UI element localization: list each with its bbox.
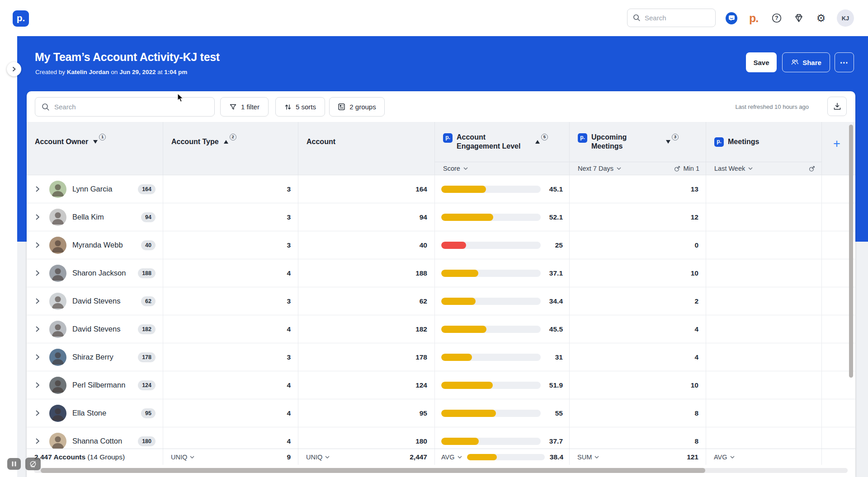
owner-name: Bella Kim: [72, 213, 104, 221]
expand-row-chevron-icon[interactable]: [36, 242, 45, 248]
upcoming-meetings-cell: 10: [570, 259, 706, 287]
upcoming-meetings-cell: 8: [570, 427, 706, 449]
row-count-badge: 62: [141, 296, 156, 306]
metric-label: Score: [443, 165, 460, 172]
pause-recording-button[interactable]: [7, 458, 21, 470]
meetings-cell: [706, 259, 822, 287]
intercom-chat-icon: [726, 12, 737, 24]
add-column-button[interactable]: +: [831, 138, 843, 150]
chat-bubble-icon[interactable]: [726, 12, 737, 24]
expand-row-chevron-icon[interactable]: [36, 438, 45, 444]
table-row[interactable]: Lynn Garcia 164 3 164 45.1 13: [27, 175, 855, 203]
accounts-count: 2,447 Accounts: [34, 453, 85, 461]
meetings-metric-dropdown[interactable]: Last Week: [706, 162, 822, 175]
table-row[interactable]: David Stevens 182 4 182 45.5 4: [27, 315, 855, 343]
table-row[interactable]: Sharon Jackson 188 4 188 37.1 10: [27, 259, 855, 287]
agg-selector[interactable]: SUM: [577, 454, 599, 461]
account-count-cell: 180: [298, 427, 435, 449]
agg-selector[interactable]: AVG: [714, 454, 735, 461]
upcoming-meetings-cell: 12: [570, 203, 706, 231]
agg-selector[interactable]: UNIQ: [171, 454, 194, 461]
sorts-button[interactable]: 5 sorts: [275, 97, 325, 117]
table-row[interactable]: Myranda Webb 40 3 40 25 0: [27, 231, 855, 259]
groups-button[interactable]: 2 groups: [329, 97, 385, 117]
share-button[interactable]: Share: [782, 52, 830, 72]
vertical-scrollbar[interactable]: [849, 124, 853, 447]
engagement-score-value: 37.1: [541, 269, 569, 277]
expand-row-chevron-icon[interactable]: [36, 298, 45, 304]
gem-icon[interactable]: [793, 12, 805, 24]
expand-row-chevron-icon[interactable]: [36, 270, 45, 276]
column-label: Meetings: [728, 137, 759, 146]
row-count-badge: 40: [141, 240, 156, 250]
table-row[interactable]: Shiraz Berry 178 3 178 31 4: [27, 343, 855, 371]
expand-sidebar-button[interactable]: [7, 62, 21, 76]
global-search-input[interactable]: [645, 14, 703, 22]
engagement-score-cell: 25: [435, 231, 570, 259]
engagement-bar: [441, 382, 541, 389]
page-title: My Team’s Account Activity-KJ test: [35, 51, 220, 64]
chevron-down-icon: [190, 456, 194, 458]
upcoming-metric-dropdown[interactable]: Next 7 Days Min 1: [570, 162, 706, 175]
expand-row-chevron-icon[interactable]: [36, 186, 45, 192]
chevron-down-icon: [594, 456, 599, 458]
column-header-meetings[interactable]: p. Meetings: [706, 122, 822, 162]
column-header-engagement[interactable]: p. Account Engagement Level 5: [435, 122, 570, 162]
download-button[interactable]: [827, 97, 847, 116]
account-count-cell: 164: [298, 175, 435, 203]
agg-label: AVG: [714, 454, 727, 461]
engagement-bar: [441, 186, 541, 193]
app-logo[interactable]: p.: [13, 10, 29, 27]
expand-row-chevron-icon[interactable]: [36, 382, 45, 388]
engagement-score-value: 45.5: [541, 325, 569, 333]
expand-row-chevron-icon[interactable]: [36, 410, 45, 416]
vertical-scrollbar-thumb[interactable]: [849, 125, 853, 378]
sort-asc-icon: [224, 140, 228, 144]
engagement-score-cell: 45.1: [435, 175, 570, 203]
gear-icon[interactable]: ⚙: [815, 12, 827, 24]
stop-recording-button[interactable]: [25, 458, 41, 470]
help-icon[interactable]: ?: [771, 12, 783, 24]
agg-selector[interactable]: AVG: [441, 454, 462, 461]
table-row[interactable]: Perl Silbermann 124 4 124 51.9 10: [27, 371, 855, 399]
row-count-badge: 188: [138, 268, 156, 278]
owner-name: Sharon Jackson: [72, 269, 126, 277]
brand-mark-text: p.: [749, 12, 758, 25]
table-search-input[interactable]: [54, 103, 199, 111]
table-row[interactable]: Bella Kim 94 3 94 52.1 12: [27, 203, 855, 231]
expand-row-chevron-icon[interactable]: [36, 354, 45, 360]
upcoming-meetings-cell: 4: [570, 343, 706, 371]
score-metric-dropdown[interactable]: Score: [435, 162, 570, 175]
column-header-account[interactable]: Account: [298, 122, 435, 162]
save-button[interactable]: Save: [746, 52, 777, 72]
chevron-down-icon: [617, 167, 621, 170]
engagement-score-value: 31: [541, 353, 569, 361]
brand-p-icon[interactable]: p.: [748, 12, 760, 24]
expand-row-chevron-icon[interactable]: [36, 326, 45, 332]
user-avatar[interactable]: KJ: [837, 9, 854, 27]
column-header-upcoming-meetings[interactable]: p. Upcoming Meetings 3: [570, 122, 706, 162]
table-row[interactable]: David Stevens 62 3 62 34.4 2: [27, 287, 855, 315]
table-row[interactable]: Ella Stone 95 4 95 55 8: [27, 399, 855, 427]
horizontal-scrollbar[interactable]: [34, 468, 848, 473]
more-options-button[interactable]: ⋯: [835, 52, 854, 72]
expand-row-chevron-icon[interactable]: [36, 214, 45, 220]
horizontal-scrollbar-thumb[interactable]: [41, 468, 705, 473]
sort-rank-badge: 5: [541, 134, 548, 140]
account-count-cell: 95: [298, 399, 435, 427]
table-search[interactable]: [35, 97, 215, 117]
global-search[interactable]: [627, 9, 716, 27]
column-label: Account Type: [171, 137, 219, 146]
engagement-bar: [441, 410, 541, 417]
filter-button[interactable]: 1 filter: [220, 97, 269, 117]
share-label: Share: [802, 59, 821, 66]
pause-icon: [12, 461, 16, 467]
peopleai-badge-icon: p.: [578, 133, 587, 143]
column-header-account-type[interactable]: Account Type 2: [163, 122, 298, 162]
gear-glyph: ⚙: [816, 13, 826, 23]
upcoming-meetings-cell: 10: [570, 371, 706, 399]
agg-selector[interactable]: UNIQ: [306, 454, 330, 461]
column-header-account-owner[interactable]: Account Owner 1: [27, 122, 163, 162]
table-row[interactable]: Shanna Cotton 180 4 180 37.7 8: [27, 427, 855, 449]
funnel-icon: [229, 103, 237, 111]
